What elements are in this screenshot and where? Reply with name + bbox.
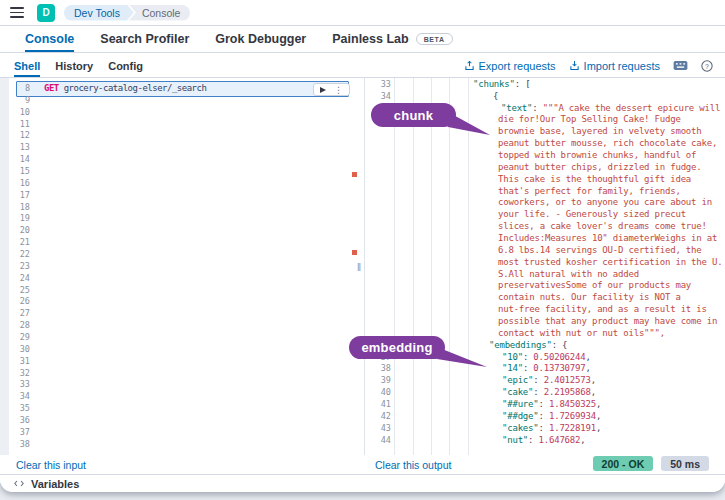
output-row: 6.8 lbs.14 servings OU-D certified, the	[365, 245, 725, 257]
input-row: 26	[0, 296, 350, 308]
input-row: 15	[0, 166, 350, 178]
output-row: peanut butter chips, drizzled in fudge.	[365, 162, 725, 174]
input-row: 20	[0, 225, 350, 237]
output-row: 42"##dge": 1.7269934,	[365, 411, 725, 423]
input-row: 35	[0, 403, 350, 415]
output-row: nut-free facility, and as a result it is	[365, 304, 725, 316]
input-row: 23	[0, 261, 350, 273]
input-row: 11	[0, 119, 350, 131]
input-row: 21	[0, 237, 350, 249]
output-row: that's perfect for family, friends,	[365, 186, 725, 198]
input-row: 12	[0, 130, 350, 142]
response-time-badge: 50 ms	[661, 456, 709, 471]
output-row: S.All natural with no added	[365, 269, 725, 281]
tab-shell[interactable]: Shell	[14, 54, 40, 77]
output-row: brownie base, layered in velvety smooth	[365, 126, 725, 138]
output-row: 38"14": 0.13730797,	[365, 363, 725, 375]
output-row: This cake is the thoughtful gift idea	[365, 174, 725, 186]
keyboard-shortcuts-button[interactable]	[673, 60, 688, 71]
top-navigation-bar: D Dev Tools Console	[0, 0, 725, 26]
code-icon	[14, 479, 24, 488]
input-row: 24	[0, 273, 350, 285]
request-options-button kebab-icon[interactable]: ⋮	[334, 86, 343, 94]
input-row: 25	[0, 285, 350, 297]
console-actions: Export requests Import requests ?	[464, 54, 713, 77]
output-row: your life. - Generously sized precut	[365, 209, 725, 221]
input-row: 30	[0, 344, 350, 356]
input-row: 22	[0, 249, 350, 261]
response-output-pane[interactable]: 32},33"chunks": [34{35"text": """A cake …	[364, 78, 725, 455]
input-row: 18	[0, 202, 350, 214]
input-row: 19	[0, 213, 350, 225]
response-status: 200 - OK 50 ms	[593, 456, 709, 471]
chunk-callout: chunk	[371, 103, 456, 127]
export-requests-button[interactable]: Export requests	[464, 60, 556, 72]
output-row: 41"##ure": 1.8450325,	[365, 399, 725, 411]
tab-history[interactable]: History	[55, 54, 93, 77]
output-row: preservativesSome of our products may	[365, 280, 725, 292]
input-row: 27	[0, 308, 350, 320]
send-request-button play-icon[interactable]	[320, 87, 326, 93]
breadcrumb: Dev Tools Console	[64, 5, 190, 21]
help-icon: ?	[701, 60, 713, 72]
input-rows: 8GET grocery-catalog-elser/_search910111…	[0, 83, 350, 451]
variables-button[interactable]: Variables	[0, 474, 725, 492]
input-row: 8GET grocery-catalog-elser/_search	[0, 83, 350, 95]
status-badge: 200 - OK	[593, 456, 654, 471]
input-row: 33	[0, 379, 350, 391]
input-row: 38	[0, 439, 350, 451]
menu-hamburger-icon[interactable]	[10, 7, 24, 18]
dev-tools-console-app: D Dev Tools Console Console Search Profi…	[0, 0, 725, 492]
input-row: 28	[0, 320, 350, 332]
help-button[interactable]: ?	[701, 60, 713, 72]
tab-console[interactable]: Console	[25, 26, 74, 52]
request-line: GET grocery-catalog-elser/_search	[44, 83, 206, 95]
input-row: 17	[0, 190, 350, 202]
tab-grok-debugger[interactable]: Grok Debugger	[215, 26, 306, 52]
output-rows: 32},33"chunks": [34{35"text": """A cake …	[365, 78, 725, 447]
error-marker	[352, 250, 357, 255]
input-row: 36	[0, 415, 350, 427]
output-row: 34{	[365, 91, 725, 103]
variables-label: Variables	[31, 478, 79, 490]
embedding-callout: embedding	[349, 336, 445, 359]
clear-input-link[interactable]: Clear this input	[16, 459, 86, 471]
input-row: 9	[0, 95, 350, 107]
chunk-callout-tail	[448, 108, 492, 138]
breadcrumb-dev-tools[interactable]: Dev Tools	[64, 5, 134, 21]
deployment-logo[interactable]: D	[37, 4, 55, 22]
tab-painless-lab[interactable]: Painless Lab BETA	[332, 26, 452, 52]
input-row: 29	[0, 332, 350, 344]
editor-area: 8GET grocery-catalog-elser/_search910111…	[0, 78, 725, 455]
embedding-callout-tail	[437, 346, 489, 370]
output-row: Includes:Measures 10" diameterWeighs in …	[365, 233, 725, 245]
tab-config[interactable]: Config	[108, 54, 143, 77]
tab-search-profiler[interactable]: Search Profiler	[100, 26, 189, 52]
dev-tools-tab-bar: Console Search Profiler Grok Debugger Pa…	[0, 26, 725, 53]
output-row: coworkers, or to anyone you care about i…	[365, 197, 725, 209]
output-row: possible that any product may have come …	[365, 316, 725, 328]
import-requests-button[interactable]: Import requests	[569, 60, 660, 72]
input-row: 37	[0, 427, 350, 439]
export-icon	[464, 60, 475, 71]
output-row: peanut butter mousse, rich chocolate cak…	[365, 138, 725, 150]
output-row: 43"cakes": 1.7228191,	[365, 423, 725, 435]
error-marker	[352, 172, 357, 177]
input-row: 34	[0, 391, 350, 403]
output-row: most trusted kosher certification in the…	[365, 257, 725, 269]
input-row: 13	[0, 142, 350, 154]
input-row: 31	[0, 356, 350, 368]
editor-footer: Clear this input Clear this output 200 -…	[0, 455, 725, 474]
request-actions: ⋮	[313, 83, 350, 96]
clear-output-link[interactable]: Clear this output	[375, 459, 451, 471]
input-row: 10	[0, 107, 350, 119]
output-row: 40"cake": 2.2195868,	[365, 387, 725, 399]
input-row: 14	[0, 154, 350, 166]
output-row: 44"nut": 1.647682,	[365, 435, 725, 447]
output-row: contain nuts. Our facility is NOT a	[365, 292, 725, 304]
pane-splitter-handle[interactable]: ‖	[353, 262, 365, 273]
input-row: 16	[0, 178, 350, 190]
request-editor-pane[interactable]: 8GET grocery-catalog-elser/_search910111…	[0, 78, 350, 455]
breadcrumb-console[interactable]: Console	[129, 5, 191, 21]
output-row: slices, a cake lover's dreams come true!	[365, 221, 725, 233]
